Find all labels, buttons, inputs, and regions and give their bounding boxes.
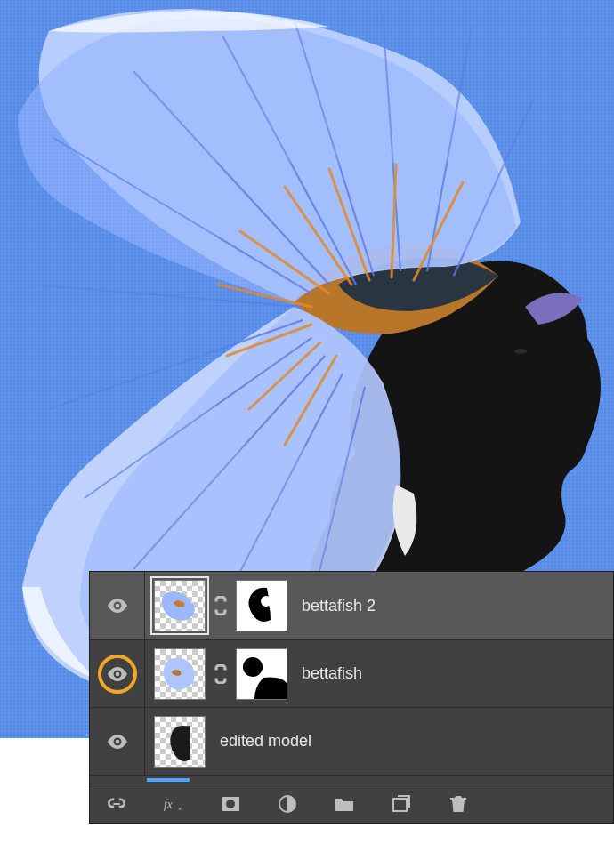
svg-point-0 bbox=[514, 349, 527, 354]
new-layer-icon[interactable] bbox=[391, 795, 412, 813]
layers-panel: bettafish 2 bettafish bbox=[89, 571, 614, 824]
svg-point-8 bbox=[226, 800, 235, 808]
layer-name[interactable]: edited model bbox=[220, 732, 311, 751]
svg-point-4 bbox=[243, 657, 263, 677]
group-icon[interactable] bbox=[334, 795, 355, 813]
link-layers-icon[interactable] bbox=[106, 795, 127, 813]
svg-point-5 bbox=[115, 739, 119, 743]
layer-row[interactable]: bettafish 2 bbox=[90, 572, 613, 639]
layer-row[interactable]: bettafish bbox=[90, 639, 613, 707]
svg-point-1 bbox=[115, 604, 119, 608]
layer-mask-thumbnail[interactable] bbox=[236, 580, 287, 631]
eye-icon bbox=[107, 735, 128, 749]
fx-icon[interactable]: fx bbox=[163, 795, 184, 813]
layer-mask-thumbnail[interactable] bbox=[236, 648, 287, 700]
layers-footer: fx bbox=[90, 784, 613, 823]
adjustment-layer-icon[interactable] bbox=[277, 795, 298, 813]
visibility-toggle[interactable] bbox=[90, 640, 145, 707]
link-icon[interactable] bbox=[211, 664, 230, 684]
layer-name[interactable]: bettafish 2 bbox=[302, 597, 376, 615]
svg-text:fx: fx bbox=[164, 798, 173, 811]
visibility-toggle[interactable] bbox=[90, 572, 145, 639]
layer-name[interactable]: bettafish bbox=[302, 664, 362, 683]
thumbnail-size-strip[interactable] bbox=[90, 775, 613, 784]
layer-thumbnail[interactable] bbox=[154, 580, 206, 631]
layer-row[interactable]: edited model bbox=[90, 707, 613, 775]
layer-thumbnail[interactable] bbox=[154, 648, 206, 700]
link-icon[interactable] bbox=[211, 596, 230, 615]
svg-point-2 bbox=[261, 596, 271, 607]
trash-icon[interactable] bbox=[448, 795, 469, 813]
visibility-toggle[interactable] bbox=[90, 708, 145, 775]
layer-thumbnail[interactable] bbox=[154, 716, 206, 768]
size-indicator bbox=[147, 778, 190, 782]
svg-rect-10 bbox=[393, 799, 407, 811]
add-mask-icon[interactable] bbox=[220, 795, 241, 813]
highlight-ring-icon bbox=[98, 655, 137, 694]
eye-icon bbox=[107, 599, 128, 613]
